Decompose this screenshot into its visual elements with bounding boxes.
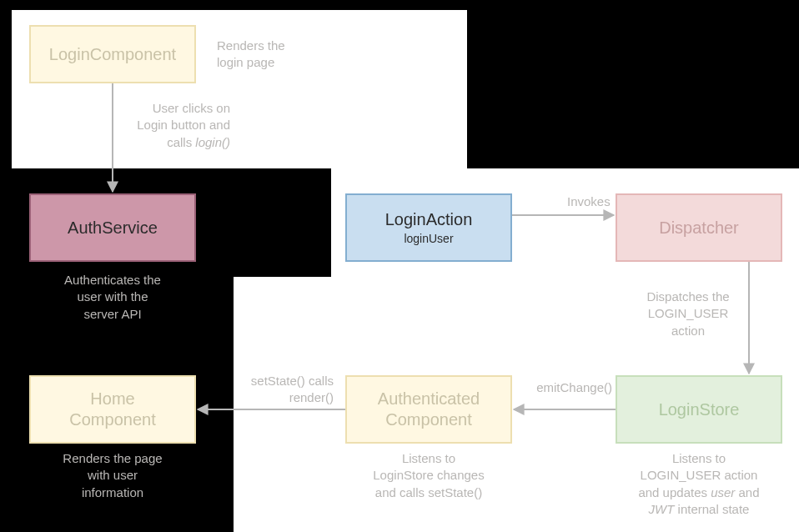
edge-label-auth-to-home: setState() calls render() [209, 373, 334, 407]
node-home-component-title-l1: Home [90, 389, 134, 409]
node-login-action: LoginAction loginUser [345, 193, 512, 262]
note-auth-service: Authenticates the user with the server A… [29, 272, 196, 323]
node-auth-component-title-l2: Component [385, 409, 471, 430]
note-login-store: Listens to LOGIN_USER action and updates… [616, 450, 782, 518]
node-login-component-title: LoginComponent [49, 44, 176, 65]
edge-label-action-to-dispatcher: Invokes [567, 193, 634, 210]
edge-label-dispatcher-to-store: Dispatches the LOGIN_USER action [634, 289, 742, 339]
edge-label-store-to-auth: emitChange() [520, 379, 612, 396]
node-auth-component-title-l1: Authenticated [378, 389, 480, 409]
node-dispatcher-title: Dispatcher [659, 218, 739, 238]
node-login-action-subtitle: loginUser [404, 232, 453, 247]
diagram-canvas: LoginComponent Renders the login page Au… [0, 0, 799, 532]
node-auth-service: AuthService [29, 193, 196, 262]
node-login-store-title: LoginStore [659, 399, 740, 420]
node-login-store: LoginStore [616, 375, 782, 444]
note-login-component: Renders the login page [217, 38, 342, 72]
edge-label-login-to-auth: User clicks on Login button and calls lo… [122, 100, 230, 151]
node-home-component: Home Component [29, 375, 196, 444]
note-auth-component: Listens to LoginStore changes and calls … [345, 450, 512, 501]
node-dispatcher: Dispatcher [616, 193, 782, 262]
node-login-component: LoginComponent [29, 25, 196, 83]
node-login-action-title: LoginAction [385, 209, 473, 230]
node-authenticated-component: Authenticated Component [345, 375, 512, 444]
node-auth-service-title: AuthService [68, 218, 158, 238]
node-home-component-title-l2: Component [69, 409, 155, 430]
note-home-component: Renders the page with user information [29, 450, 196, 501]
